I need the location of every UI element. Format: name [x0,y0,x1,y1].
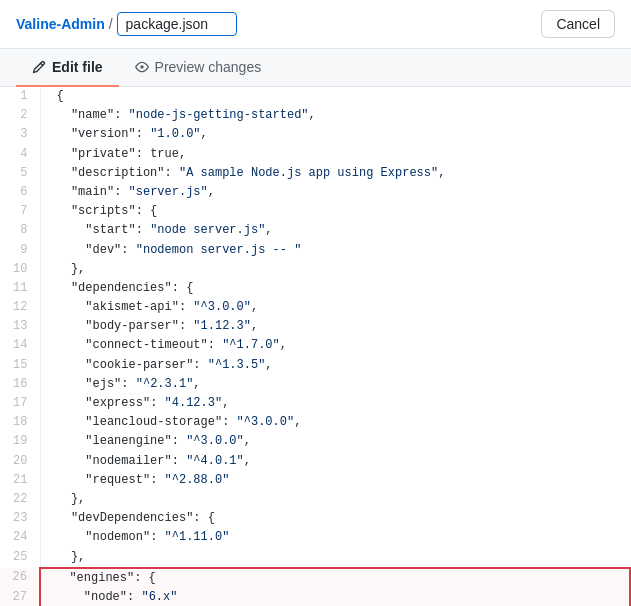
code-table: 1 { 2 "name": "node-js-getting-started",… [0,87,631,606]
table-row: 20 "nodemailer": "^4.0.1", [0,452,630,471]
table-row: 15 "cookie-parser": "^1.3.5", [0,356,630,375]
line-code[interactable]: "express": "4.12.3", [40,394,630,413]
table-row: 6 "main": "server.js", [0,183,630,202]
line-number: 26 [0,568,40,588]
table-row: 19 "leanengine": "^3.0.0", [0,432,630,451]
line-code[interactable]: "akismet-api": "^3.0.0", [40,298,630,317]
line-number: 10 [0,260,40,279]
line-code[interactable]: "dev": "nodemon server.js -- " [40,241,630,260]
table-row: 22 }, [0,490,630,509]
table-row: 18 "leancloud-storage": "^3.0.0", [0,413,630,432]
line-code[interactable]: "private": true, [40,145,630,164]
line-number: 5 [0,164,40,183]
line-number: 6 [0,183,40,202]
table-row: 16 "ejs": "^2.3.1", [0,375,630,394]
line-code[interactable]: "engines": { [40,568,630,588]
table-row: 23 "devDependencies": { [0,509,630,528]
table-row: 12 "akismet-api": "^3.0.0", [0,298,630,317]
line-code[interactable]: "description": "A sample Node.js app usi… [40,164,630,183]
header: Valine-Admin / Cancel [0,0,631,49]
line-number: 11 [0,279,40,298]
line-code[interactable]: "devDependencies": { [40,509,630,528]
table-row: 1 { [0,87,630,106]
line-code[interactable]: "leanengine": "^3.0.0", [40,432,630,451]
line-number: 18 [0,413,40,432]
line-code[interactable]: }, [40,260,630,279]
table-row: 26 "engines": { [0,568,630,588]
line-number: 1 [0,87,40,106]
line-number: 17 [0,394,40,413]
table-row: 11 "dependencies": { [0,279,630,298]
line-number: 14 [0,336,40,355]
eye-icon [135,60,149,74]
cancel-button[interactable]: Cancel [541,10,615,38]
line-code[interactable]: "nodemon": "^1.11.0" [40,528,630,547]
line-code[interactable]: "dependencies": { [40,279,630,298]
line-code[interactable]: }, [40,548,630,568]
table-row: 5 "description": "A sample Node.js app u… [0,164,630,183]
line-code[interactable]: "version": "1.0.0", [40,125,630,144]
line-number: 25 [0,548,40,568]
breadcrumb: Valine-Admin / [16,12,237,36]
table-row: 3 "version": "1.0.0", [0,125,630,144]
line-code[interactable]: "request": "^2.88.0" [40,471,630,490]
line-code[interactable]: "node": "6.x" [40,588,630,606]
tab-preview[interactable]: Preview changes [119,49,278,87]
filename-input-wrapper [117,12,237,36]
line-number: 20 [0,452,40,471]
line-number: 15 [0,356,40,375]
line-number: 2 [0,106,40,125]
line-number: 7 [0,202,40,221]
line-number: 9 [0,241,40,260]
line-number: 21 [0,471,40,490]
line-number: 8 [0,221,40,240]
line-code[interactable]: "body-parser": "1.12.3", [40,317,630,336]
line-code[interactable]: "leancloud-storage": "^3.0.0", [40,413,630,432]
line-number: 12 [0,298,40,317]
edit-icon [32,60,46,74]
line-code[interactable]: "cookie-parser": "^1.3.5", [40,356,630,375]
table-row: 27 "node": "6.x" [0,588,630,606]
line-code[interactable]: "scripts": { [40,202,630,221]
table-row: 14 "connect-timeout": "^1.7.0", [0,336,630,355]
line-number: 19 [0,432,40,451]
line-code[interactable]: "start": "node server.js", [40,221,630,240]
table-row: 4 "private": true, [0,145,630,164]
line-code[interactable]: "ejs": "^2.3.1", [40,375,630,394]
table-row: 17 "express": "4.12.3", [0,394,630,413]
line-code[interactable]: "main": "server.js", [40,183,630,202]
table-row: 10 }, [0,260,630,279]
line-code[interactable]: { [40,87,630,106]
table-row: 2 "name": "node-js-getting-started", [0,106,630,125]
line-number: 4 [0,145,40,164]
table-row: 24 "nodemon": "^1.11.0" [0,528,630,547]
table-row: 21 "request": "^2.88.0" [0,471,630,490]
tab-preview-label: Preview changes [155,59,262,75]
line-code[interactable]: }, [40,490,630,509]
table-row: 8 "start": "node server.js", [0,221,630,240]
line-number: 27 [0,588,40,606]
tab-edit[interactable]: Edit file [16,49,119,87]
tab-bar: Edit file Preview changes [0,49,631,87]
table-row: 7 "scripts": { [0,202,630,221]
table-row: 25 }, [0,548,630,568]
breadcrumb-separator: / [109,16,113,32]
line-code[interactable]: "name": "node-js-getting-started", [40,106,630,125]
table-row: 13 "body-parser": "1.12.3", [0,317,630,336]
line-code[interactable]: "connect-timeout": "^1.7.0", [40,336,630,355]
line-number: 13 [0,317,40,336]
tab-edit-label: Edit file [52,59,103,75]
line-number: 24 [0,528,40,547]
line-number: 23 [0,509,40,528]
line-code[interactable]: "nodemailer": "^4.0.1", [40,452,630,471]
line-number: 16 [0,375,40,394]
table-row: 9 "dev": "nodemon server.js -- " [0,241,630,260]
line-number: 22 [0,490,40,509]
repo-name[interactable]: Valine-Admin [16,16,105,32]
filename-input[interactable] [117,12,237,36]
line-number: 3 [0,125,40,144]
code-editor[interactable]: 1 { 2 "name": "node-js-getting-started",… [0,87,631,606]
